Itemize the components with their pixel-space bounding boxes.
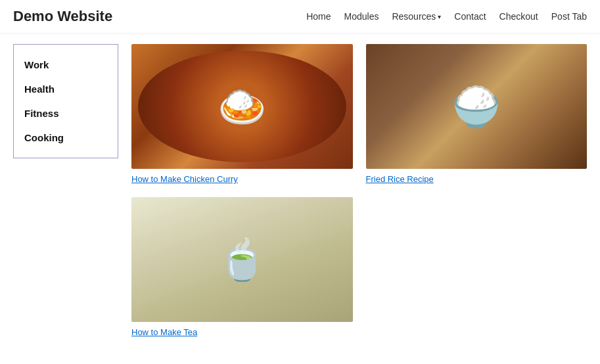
chevron-down-icon: ▾	[438, 13, 441, 20]
site-header: Demo Website Home Modules Resources ▾ Co…	[0, 0, 600, 34]
sidebar-item-cooking[interactable]: Cooking	[24, 125, 107, 150]
nav-home[interactable]: Home	[306, 11, 331, 22]
main-nav: Home Modules Resources ▾ Contact Checkou…	[306, 11, 587, 22]
sidebar-item-work[interactable]: Work	[24, 53, 107, 77]
post-card-fried-rice: Fried Rice Recipe	[366, 44, 588, 184]
post-link-fried-rice[interactable]: Fried Rice Recipe	[366, 174, 588, 184]
post-image-chicken-curry	[131, 44, 353, 169]
post-card-tea: How to Make Tea	[131, 197, 353, 337]
nav-post-tab[interactable]: Post Tab	[551, 11, 587, 22]
post-image-tea	[131, 197, 353, 322]
post-card-chicken-curry: How to Make Chicken Curry	[131, 44, 353, 184]
nav-modules[interactable]: Modules	[344, 11, 379, 22]
site-title: Demo Website	[13, 8, 112, 25]
nav-resources[interactable]: Resources ▾	[392, 11, 441, 22]
content-area: How to Make Chicken Curry How to Make Te…	[131, 44, 587, 337]
post-link-tea[interactable]: How to Make Tea	[131, 327, 353, 337]
main-content: Work Health Fitness Cooking How to Make …	[0, 34, 600, 348]
left-column: How to Make Chicken Curry How to Make Te…	[131, 44, 353, 337]
nav-resources-link[interactable]: Resources	[392, 11, 436, 22]
post-image-fried-rice	[366, 44, 588, 169]
sidebar: Work Health Fitness Cooking	[13, 44, 118, 158]
nav-contact[interactable]: Contact	[454, 11, 486, 22]
right-column: Fried Rice Recipe	[366, 44, 588, 337]
post-link-chicken-curry[interactable]: How to Make Chicken Curry	[131, 174, 353, 184]
sidebar-item-health[interactable]: Health	[24, 77, 107, 101]
sidebar-item-fitness[interactable]: Fitness	[24, 101, 107, 125]
nav-checkout[interactable]: Checkout	[499, 11, 538, 22]
